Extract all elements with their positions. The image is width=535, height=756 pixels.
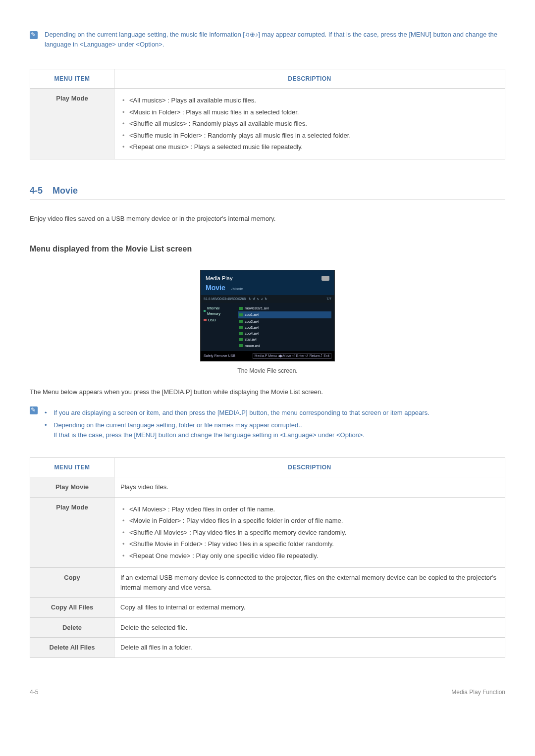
footer-left: Safely Remove USB: [204, 353, 235, 359]
col-header-description: DESCRIPTION: [114, 458, 505, 477]
notes-block: If you are displaying a screen or item, …: [30, 405, 505, 443]
movie-file-icon: [239, 313, 243, 316]
file-item: zoo3.avi: [245, 325, 259, 330]
note-item: Depending on the current language settin…: [45, 420, 429, 440]
movie-file-icon: [239, 307, 243, 310]
note-box: Depending on the current language settin…: [30, 30, 505, 49]
pencil-note-icon: [30, 406, 38, 414]
menu-table-music: MENU ITEM DESCRIPTION Play Mode <All mus…: [30, 69, 505, 159]
row-desc: <All Movies> : Play video files in order…: [114, 497, 505, 568]
page-footer: 4-5 Media Play Function: [30, 688, 505, 697]
list-item: <All Movies> : Play video files in order…: [120, 504, 499, 514]
file-item: zoo1.avi: [245, 312, 259, 317]
table-row: Copy All Files Copy all files to interna…: [30, 598, 505, 618]
list-item: <Movie in Folder> : Play video files in …: [120, 516, 499, 526]
file-item: moviestar1.avi: [245, 305, 268, 311]
menu-table-movie: MENU ITEM DESCRIPTION Play Movie Plays v…: [30, 457, 505, 658]
row-label: Copy: [30, 568, 114, 598]
media-play-label: Media Play: [206, 274, 232, 283]
device-item: USB: [208, 317, 215, 323]
file-item: zoo2.avi: [245, 319, 259, 324]
intro-text: Enjoy video files saved on a USB memory …: [30, 214, 505, 224]
playback-icons: ↻ ↺ ⤿ ⤾ ↻: [249, 297, 268, 302]
row-label: Copy All Files: [30, 598, 114, 618]
table-row: Play Mode <All musics> : Plays all avail…: [30, 89, 505, 159]
movie-file-icon: [239, 332, 243, 335]
movie-file-icon: [239, 344, 243, 347]
table-row: Copy If an external USB memory device is…: [30, 568, 505, 598]
table-row: Delete Delete the selected file.: [30, 617, 505, 638]
row-label: Play Mode: [30, 497, 114, 568]
file-counter: 7/7: [326, 297, 331, 302]
breadcrumb: /Movie: [231, 287, 243, 291]
col-header-description: DESCRIPTION: [114, 69, 505, 89]
movie-file-icon: [239, 320, 243, 323]
memory-icon: [204, 310, 206, 312]
row-label: Play Movie: [30, 477, 114, 498]
row-desc: Copy all files to internal or external m…: [114, 598, 505, 618]
row-desc: Delete all files in a folder.: [114, 638, 505, 658]
row-label: Play Mode: [30, 89, 114, 159]
footer-page-number: 4-5: [30, 688, 38, 697]
section-header: 4-5 Movie: [30, 184, 505, 198]
list-item: <All musics> : Plays all available music…: [120, 96, 499, 105]
row-label: Delete: [30, 617, 114, 638]
list-intro: The Menu below appears when you press th…: [30, 387, 505, 397]
list-item: <Shuffle all musics> : Randomly plays al…: [120, 119, 499, 129]
row-desc: <All musics> : Plays all available music…: [114, 89, 505, 159]
col-header-menu-item: MENU ITEM: [30, 69, 114, 89]
pencil-note-icon: [30, 31, 38, 39]
footer-right: Media.P Menu ◀▶Move ⏎ Enter ↺ Return ⤴ E…: [253, 353, 331, 359]
row-label: Delete All Files: [30, 638, 114, 658]
row-desc: If an external USB memory device is conn…: [114, 568, 505, 598]
table-row: Play Movie Plays video files.: [30, 477, 505, 498]
section-number: 4-5: [30, 184, 43, 198]
list-item: <Shuffle music in Folder> : Randomly pla…: [120, 131, 499, 141]
list-item: <Repeat one music> : Plays a selected mu…: [120, 142, 499, 152]
list-item: <Shuffle Movie in Folder> : Play video f…: [120, 539, 499, 549]
movie-file-icon: [239, 326, 243, 329]
device-list: Internal Memory USB: [201, 303, 236, 351]
file-info: 51.8 MB/00:03:48/500X268: [204, 297, 246, 302]
usb-icon: [321, 276, 329, 281]
file-item: star.avi: [245, 337, 257, 342]
col-header-menu-item: MENU ITEM: [30, 458, 114, 477]
list-item: <Shuffle All Movies> : Play video files …: [120, 528, 499, 538]
list-item: <Music in Folder> : Plays all music file…: [120, 107, 499, 117]
table-row: Delete All Files Delete all files in a f…: [30, 638, 505, 658]
row-desc: Plays video files.: [114, 477, 505, 498]
device-item: Internal Memory: [207, 305, 233, 317]
image-caption: The Movie File screen.: [30, 366, 505, 375]
movie-screen-preview: Media Play Movie /Movie 51.8 MB/00:03:48…: [200, 270, 335, 361]
movie-file-icon: [239, 338, 243, 341]
table-row: Play Mode <All Movies> : Play video file…: [30, 497, 505, 568]
movie-category: Movie: [206, 284, 225, 292]
row-desc: Delete the selected file.: [114, 617, 505, 638]
note-line: If that is the case, press the [MENU] bu…: [54, 431, 365, 439]
subheading: Menu displayed from the Movie List scree…: [30, 243, 505, 255]
section-title: Movie: [53, 184, 78, 198]
note-line: Depending on the current language settin…: [54, 421, 302, 429]
footer-section-name: Media Play Function: [451, 688, 505, 697]
file-item: moon.avi: [245, 343, 260, 349]
note-item: If you are displaying a screen or item, …: [45, 408, 429, 418]
file-item: zoo4.avi: [245, 331, 259, 336]
section-divider: [30, 200, 505, 200]
list-item: <Repeat One movie> : Play only one speci…: [120, 551, 499, 561]
file-list: moviestar1.avi zoo1.avi zoo2.avi zoo3.av…: [236, 303, 334, 351]
note-text: Depending on the current language settin…: [45, 30, 505, 49]
usb-device-icon: [204, 319, 207, 321]
